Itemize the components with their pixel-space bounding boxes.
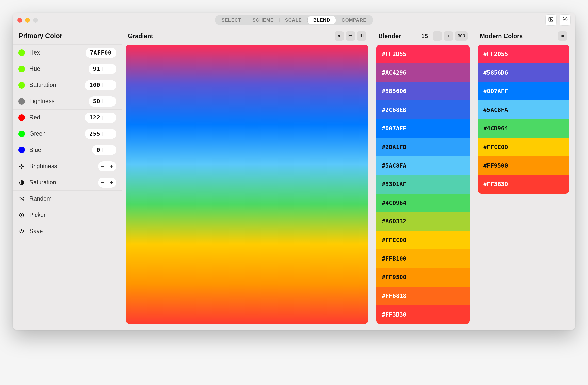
- blender-swatch[interactable]: #FF3B30: [376, 305, 470, 324]
- gradient-horizontal-button[interactable]: [346, 31, 355, 41]
- blender-swatch[interactable]: #FF9500: [376, 268, 470, 287]
- label-saturation: Saturation: [29, 82, 56, 89]
- svg-point-2: [564, 19, 566, 20]
- hex-value-pill[interactable]: 7AFF00: [86, 48, 116, 58]
- plus-icon: +: [447, 33, 450, 39]
- sidebar-action-brightness: Brightness−+: [13, 158, 122, 174]
- blender-swatch[interactable]: #2DA1FD: [376, 138, 470, 156]
- blender-increment-button[interactable]: +: [444, 31, 453, 41]
- sidebar-action-save[interactable]: Save: [13, 223, 122, 239]
- label-blue: Blue: [29, 147, 41, 153]
- zoom-window-button[interactable]: [33, 18, 38, 23]
- svg-point-6: [21, 214, 22, 216]
- sidebar-row-hue: Hue91⋮⋮: [13, 61, 122, 77]
- blender-swatch[interactable]: #FFCC00: [376, 231, 470, 249]
- sidebar-row-blue: Blue0⋮⋮: [13, 142, 122, 158]
- swatch-hex: [18, 49, 25, 56]
- saturation-value: 100: [89, 82, 102, 88]
- tab-scheme[interactable]: SCHEME: [247, 16, 279, 24]
- sidebar-row-lightness: Lightness50⋮⋮: [13, 93, 122, 109]
- tab-select[interactable]: SELECT: [216, 16, 247, 24]
- blender-swatch[interactable]: #FFB100: [376, 249, 470, 268]
- modern-swatch[interactable]: #FF9500: [478, 156, 569, 175]
- modern-swatch[interactable]: #007AFF: [478, 82, 569, 100]
- swatch-green: [18, 131, 25, 137]
- blender-swatch[interactable]: #007AFF: [376, 119, 470, 138]
- swatch-red: [18, 114, 25, 121]
- sidebar-action-saturation2: Saturation−+: [13, 174, 122, 190]
- modern-swatch[interactable]: #4CD964: [478, 119, 569, 138]
- blender-swatch[interactable]: #4CD964: [376, 194, 470, 212]
- blender-swatch[interactable]: #FF6818: [376, 287, 470, 305]
- modern-swatch[interactable]: #5856D6: [478, 63, 569, 82]
- image-button[interactable]: [545, 14, 557, 26]
- tab-blend[interactable]: BLEND: [308, 16, 336, 24]
- image-icon: [548, 16, 554, 24]
- drag-handle-icon[interactable]: ⋮⋮: [102, 83, 112, 87]
- tab-scale[interactable]: SCALE: [280, 16, 307, 24]
- window-controls: [17, 18, 38, 23]
- modern-swatch[interactable]: #FFCC00: [478, 138, 569, 156]
- drag-handle-icon[interactable]: ⋮⋮: [102, 132, 112, 136]
- drag-handle-icon[interactable]: ⋮⋮: [102, 116, 112, 120]
- red-value-pill[interactable]: 122⋮⋮: [85, 113, 116, 123]
- svg-point-3: [21, 165, 22, 167]
- saturation2-decrement-button[interactable]: −: [98, 179, 107, 186]
- gear-icon: [562, 16, 568, 24]
- sidebar-action-random[interactable]: Random: [13, 190, 122, 207]
- blender-swatch[interactable]: #FF2D55: [376, 45, 470, 63]
- modern-collapse-button[interactable]: =: [558, 31, 567, 41]
- blender-mode-button[interactable]: RGB: [455, 31, 468, 41]
- green-value-pill[interactable]: 255⋮⋮: [85, 129, 116, 139]
- blender-decrement-button[interactable]: −: [433, 31, 442, 41]
- shuffle-icon: [18, 196, 25, 202]
- gradient-title: Gradient: [128, 32, 153, 40]
- label-saturation2: Saturation: [29, 179, 56, 186]
- power-icon: [18, 228, 25, 234]
- modern-swatch[interactable]: #FF3B30: [478, 175, 569, 194]
- sidebar-action-picker[interactable]: Picker: [13, 207, 122, 223]
- titlebar: SELECTSCHEMESCALEBLENDCOMPARE: [13, 13, 575, 27]
- lightness-value: 50: [93, 98, 103, 104]
- saturation-value-pill[interactable]: 100⋮⋮: [85, 80, 116, 90]
- blue-value: 0: [97, 147, 102, 153]
- hue-value: 91: [93, 66, 103, 72]
- drag-handle-icon[interactable]: ⋮⋮: [102, 67, 112, 71]
- modern-panel: Modern Colors = #FF2D55#5856D6#007AFF#5A…: [474, 27, 575, 324]
- sidebar-row-red: Red122⋮⋮: [13, 109, 122, 126]
- blender-swatch[interactable]: #5856D6: [376, 82, 470, 100]
- contrast-icon: [18, 179, 25, 186]
- modern-swatch[interactable]: #FF2D55: [478, 45, 569, 63]
- blender-swatch[interactable]: #5AC8FA: [376, 156, 470, 175]
- lightness-value-pill[interactable]: 50⋮⋮: [89, 96, 117, 107]
- blender-swatch[interactable]: #AC4296: [376, 63, 470, 82]
- modern-swatch[interactable]: #5AC8FA: [478, 100, 569, 119]
- minimize-window-button[interactable]: [25, 18, 30, 23]
- hue-value-pill[interactable]: 91⋮⋮: [89, 64, 117, 74]
- label-green: Green: [29, 130, 46, 137]
- blue-value-pill[interactable]: 0⋮⋮: [92, 145, 116, 155]
- blender-swatch[interactable]: #2C68EB: [376, 100, 470, 119]
- app-body: Primary Color Hex7AFF00Hue91⋮⋮Saturation…: [13, 27, 575, 330]
- label-picker: Picker: [29, 212, 46, 218]
- close-window-button[interactable]: [17, 18, 22, 23]
- brightness-icon: [18, 163, 25, 170]
- drag-handle-icon[interactable]: ⋮⋮: [102, 148, 112, 152]
- drag-handle-icon[interactable]: ⋮⋮: [102, 99, 112, 103]
- gradient-preview: [126, 45, 368, 324]
- blender-count: 15: [419, 33, 431, 39]
- label-hue: Hue: [29, 65, 40, 72]
- blender-swatch[interactable]: #53D1AF: [376, 175, 470, 194]
- app-window: SELECTSCHEMESCALEBLENDCOMPARE: [13, 13, 575, 330]
- saturation2-increment-button[interactable]: +: [107, 179, 116, 186]
- brightness-increment-button[interactable]: +: [107, 163, 116, 170]
- tab-compare[interactable]: COMPARE: [336, 16, 372, 24]
- settings-button[interactable]: [560, 14, 571, 26]
- modern-swatch-list: #FF2D55#5856D6#007AFF#5AC8FA#4CD964#FFCC…: [478, 45, 569, 194]
- gradient-vertical-button[interactable]: [357, 31, 366, 41]
- brightness-decrement-button[interactable]: −: [98, 163, 107, 170]
- blender-swatch[interactable]: #A6D332: [376, 212, 470, 231]
- gradient-dropdown-button[interactable]: ▼: [335, 31, 344, 41]
- svg-point-1: [550, 18, 551, 19]
- brightness-stepper: −+: [98, 161, 116, 171]
